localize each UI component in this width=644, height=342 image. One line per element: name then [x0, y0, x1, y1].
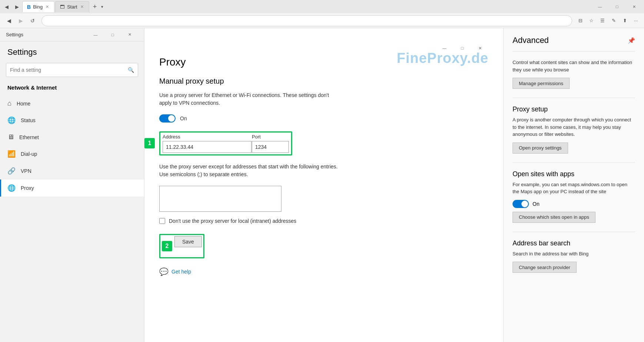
tab-bar: ◀ ▶ B Bing ✕ 🗔 Start ✕ + ▾ — □ ✕ — [0, 0, 644, 13]
proxy-description: Use a proxy server for Ethernet or Wi-Fi… — [159, 91, 337, 107]
address-port-section: 1 Address Port — [159, 131, 292, 155]
home-icon: ⌂ — [7, 100, 11, 107]
search-icon: 🔍 — [128, 67, 134, 73]
tab-bing[interactable]: B Bing ✕ — [22, 1, 54, 12]
tab-dropdown-button[interactable]: ▾ — [100, 4, 105, 9]
divider-2 — [513, 98, 635, 98]
new-tab-button[interactable]: + — [90, 3, 100, 11]
settings-maximize[interactable]: □ — [104, 28, 121, 41]
share-btn[interactable]: ⬆ — [620, 16, 630, 26]
settings-titlebar: Settings — □ ✕ — [0, 28, 144, 41]
sidebar-item-home-label: Home — [17, 101, 30, 107]
settings-header: Settings — [0, 41, 144, 60]
sidebar-item-home[interactable]: ⌂ Home — [0, 95, 144, 112]
pin-icon[interactable]: 📌 — [628, 37, 635, 44]
browser-minimize[interactable]: — — [591, 0, 608, 13]
vpn-icon: 🔗 — [7, 167, 16, 175]
get-help-label: Get help — [171, 269, 191, 275]
use-proxy-toggle[interactable] — [159, 114, 176, 123]
tab-bing-title: Bing — [33, 4, 43, 10]
address-bar-search-desc: Search in the address bar with Bing — [513, 250, 635, 258]
nav-back[interactable]: ◀ — [3, 15, 15, 27]
address-port-highlight: Address Port — [159, 131, 292, 155]
manage-permissions-button[interactable]: Manage permissions — [513, 78, 570, 89]
save-highlight: 2 Save — [159, 234, 204, 258]
use-proxy-toggle-row: On — [159, 114, 488, 123]
tab-start-close[interactable]: ✕ — [80, 4, 84, 10]
settings-close[interactable]: ✕ — [121, 28, 138, 41]
tab-start[interactable]: 🗔 Start ✕ — [55, 1, 89, 12]
open-sites-toggle-label: On — [533, 201, 540, 207]
settings-category: Network & Internet — [0, 81, 144, 95]
open-proxy-settings-button[interactable]: Open proxy settings — [513, 142, 568, 154]
divider-1 — [513, 51, 635, 51]
favorites-btn[interactable]: ☆ — [586, 16, 597, 26]
settings-panel: Settings — □ ✕ Settings 🔍 Network & Inte… — [0, 28, 144, 342]
right-panel-title: Advanced — [513, 36, 549, 45]
address-input[interactable] — [163, 141, 251, 153]
search-box[interactable]: 🔍 — [6, 63, 138, 77]
content-control-desc: Control what content sites can show and … — [513, 59, 635, 73]
split-view-btn[interactable]: ⊟ — [575, 16, 585, 26]
divider-3 — [513, 162, 635, 163]
search-input[interactable] — [10, 67, 128, 73]
settings-minimize[interactable]: — — [87, 28, 104, 41]
forward-button[interactable]: ▶ — [12, 1, 22, 12]
port-label: Port — [252, 134, 289, 140]
status-icon: 🌐 — [7, 116, 16, 124]
right-panel-header: Advanced 📌 — [513, 36, 635, 45]
save-button[interactable]: Save — [174, 236, 202, 247]
main-layout: Settings — □ ✕ Settings 🔍 Network & Inte… — [0, 28, 644, 342]
open-sites-toggle[interactable] — [513, 200, 529, 208]
sidebar-item-ethernet[interactable]: 🖥 Ethernet — [0, 129, 144, 145]
browser-maximize[interactable]: □ — [608, 0, 625, 13]
choose-sites-button[interactable]: Choose which sites open in apps — [513, 212, 595, 223]
sidebar-item-dialup-label: Dial-up — [21, 151, 37, 157]
sidebar-item-proxy-label: Proxy — [21, 185, 34, 191]
local-bypass-row: Don't use the proxy server for local (in… — [159, 218, 488, 225]
back-button[interactable]: ◀ — [1, 1, 12, 12]
nav-forward[interactable]: ▶ — [15, 15, 27, 27]
sidebar-item-status[interactable]: 🌐 Status — [0, 112, 144, 129]
browser-close[interactable]: ✕ — [625, 0, 643, 13]
proxy-setup-desc: A proxy is another computer through whic… — [513, 116, 635, 138]
sidebar-item-proxy[interactable]: 🌐 Proxy — [0, 180, 144, 197]
nav-bar: ◀ ▶ ↺ ⊟ ☆ ☰ ✎ ⬆ ··· — [0, 13, 644, 28]
sidebar-item-ethernet-label: Ethernet — [19, 134, 39, 140]
open-sites-desc: For example, you can set maps.windows.co… — [513, 181, 635, 195]
hub-btn[interactable]: ☰ — [597, 16, 608, 26]
proxy-panel: — □ ✕ FineProxy.de Proxy Manual proxy se… — [144, 28, 503, 342]
sidebar-item-vpn[interactable]: 🔗 VPN — [0, 162, 144, 180]
save-section: 2 Save — [159, 234, 204, 258]
address-bar-search-title: Address bar search — [513, 239, 635, 247]
settings-window-title: Settings — [6, 32, 87, 37]
help-icon: 💬 — [159, 267, 168, 276]
nav-refresh[interactable]: ↺ — [27, 15, 39, 27]
right-section-open-sites: Open sites with apps For example, you ca… — [513, 170, 635, 223]
local-bypass-checkbox[interactable] — [159, 218, 165, 224]
proxy-icon: 🌐 — [7, 184, 16, 192]
divider-4 — [513, 232, 635, 232]
ethernet-icon: 🖥 — [7, 133, 14, 141]
get-help-link[interactable]: 💬 Get help — [159, 267, 488, 276]
settings-window-controls: — □ ✕ — [87, 28, 138, 41]
proxy-setup-title: Proxy setup — [513, 105, 635, 113]
address-field-group: Address — [163, 134, 251, 153]
notes-btn[interactable]: ✎ — [608, 16, 619, 26]
address-bar[interactable] — [41, 15, 572, 26]
exclude-textarea[interactable] — [159, 186, 281, 212]
port-field-group: Port — [252, 134, 289, 153]
open-sites-toggle-row: On — [513, 200, 635, 208]
nav-right-buttons: ⊟ ☆ ☰ ✎ ⬆ ··· — [575, 16, 641, 26]
tab-bing-close[interactable]: ✕ — [45, 4, 50, 10]
right-section-address-bar-search: Address bar search Search in the address… — [513, 239, 635, 273]
right-section-content-control: Control what content sites can show and … — [513, 59, 635, 89]
more-btn[interactable]: ··· — [631, 16, 641, 26]
port-input[interactable] — [252, 141, 289, 153]
right-panel: Advanced 📌 Control what content sites ca… — [503, 28, 644, 342]
tab-start-favicon: 🗔 — [60, 4, 65, 10]
sidebar-item-status-label: Status — [21, 117, 36, 123]
change-search-provider-button[interactable]: Change search provider — [513, 262, 577, 273]
tab-start-title: Start — [67, 4, 77, 10]
sidebar-item-dialup[interactable]: 📶 Dial-up — [0, 145, 144, 162]
